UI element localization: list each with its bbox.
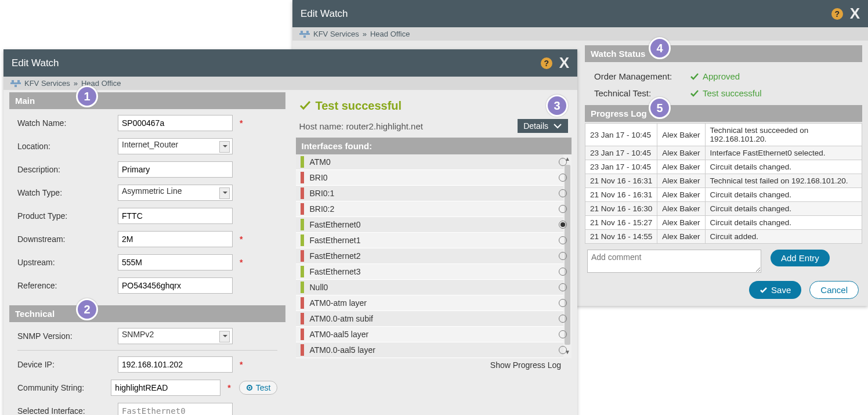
interface-name: FastEthernet3 xyxy=(310,267,361,276)
status-bar-icon xyxy=(301,282,304,293)
log-row: 21 Nov 16 - 15:27Alex BakerCircuit detai… xyxy=(585,216,862,230)
log-row: 21 Nov 16 - 16:31Alex BakerTechnical tes… xyxy=(585,174,862,188)
community-input[interactable] xyxy=(111,380,220,396)
interface-row[interactable]: ATM0.0-atm subif xyxy=(296,311,572,327)
log-row: 23 Jan 17 - 10:45Alex BakerTechnical tes… xyxy=(585,124,862,146)
selected-interface-input xyxy=(118,403,233,415)
downstream-input[interactable] xyxy=(118,231,233,247)
interface-name: FastEthernet1 xyxy=(310,236,361,245)
interface-radio[interactable] xyxy=(559,189,567,197)
device-ip-input[interactable] xyxy=(118,356,233,373)
edit-watch-dialog-left: Edit Watch ? X KFV Services » Head Offic… xyxy=(3,49,577,415)
status-bar-icon xyxy=(301,172,304,183)
log-row: 23 Jan 17 - 10:45Alex BakerCircuit detai… xyxy=(585,160,862,174)
log-row: 21 Nov 16 - 16:30Alex BakerCircuit detai… xyxy=(585,202,862,216)
network-icon xyxy=(299,31,310,38)
interface-radio[interactable] xyxy=(559,174,567,182)
product-type-input[interactable] xyxy=(118,208,233,224)
status-bar-icon xyxy=(301,329,304,340)
interfaces-list[interactable]: ▲ ▼ ATM0BRI0BRI0:1BRI0:2FastEthernet0Fas… xyxy=(296,154,572,358)
help-icon[interactable]: ? xyxy=(831,8,843,20)
interface-row[interactable]: FastEthernet1 xyxy=(296,233,572,248)
status-bar-icon xyxy=(301,344,304,356)
interface-radio[interactable] xyxy=(559,236,567,244)
interface-radio[interactable] xyxy=(559,268,567,276)
status-bar-icon xyxy=(301,250,304,262)
details-toggle[interactable]: Details xyxy=(518,119,568,133)
breadcrumb: KFV Services » Head Office xyxy=(292,27,868,41)
host-name-label: Host name: router2.highlight.net xyxy=(299,121,423,131)
main-section-header: Main 1 xyxy=(9,92,285,109)
interface-row[interactable]: Null0 xyxy=(296,280,572,295)
interface-row[interactable]: FastEthernet3 xyxy=(296,264,572,280)
test-button[interactable]: Test xyxy=(239,381,277,395)
watch-name-input[interactable] xyxy=(118,115,233,131)
dialog-header: Edit Watch ? X xyxy=(292,0,868,27)
check-icon xyxy=(299,100,311,111)
interface-row[interactable]: BRI0:2 xyxy=(296,201,572,217)
order-mgmt-label: Order Management: xyxy=(594,71,684,81)
show-progress-log-link[interactable]: Show Progress Log xyxy=(490,360,561,370)
test-result-title: Test successful xyxy=(299,99,402,113)
interface-name: BRI0 xyxy=(310,173,328,182)
close-icon[interactable]: X xyxy=(559,54,569,72)
description-input[interactable] xyxy=(118,161,233,178)
interface-name: ATM0-atm layer xyxy=(310,298,367,308)
status-bar-icon xyxy=(301,187,304,199)
annotation-badge-2: 2 xyxy=(76,298,98,320)
interface-radio[interactable] xyxy=(559,315,567,323)
upstream-input[interactable] xyxy=(118,254,233,270)
interface-row[interactable]: ATM0-aal5 layer xyxy=(296,327,572,342)
close-icon[interactable]: X xyxy=(850,5,860,23)
watch-type-select[interactable]: Asymmetric Line xyxy=(118,185,233,201)
interface-name: ATM0-aal5 layer xyxy=(310,330,369,339)
help-icon[interactable]: ? xyxy=(541,57,552,69)
interface-name: ATM0 xyxy=(310,157,331,167)
comment-input[interactable] xyxy=(587,250,761,273)
status-bar-icon xyxy=(301,156,304,168)
snmp-version-select[interactable]: SNMPv2 xyxy=(118,328,233,344)
annotation-badge-1: 1 xyxy=(76,85,98,107)
interface-radio[interactable] xyxy=(559,299,567,307)
interface-radio[interactable] xyxy=(559,205,567,213)
log-row: 21 Nov 16 - 16:31Alex BakerCircuit detai… xyxy=(585,188,862,202)
interface-name: BRI0:1 xyxy=(310,189,335,198)
interface-radio[interactable] xyxy=(559,158,567,166)
interface-row[interactable]: BRI0:1 xyxy=(296,186,572,201)
interface-row[interactable]: FastEthernet2 xyxy=(296,248,572,264)
status-bar-icon xyxy=(301,313,304,324)
status-bar-icon xyxy=(301,266,304,277)
tech-test-value: Test successful xyxy=(690,88,762,98)
interface-row[interactable]: FastEthernet0 xyxy=(296,217,572,233)
check-icon xyxy=(690,89,699,98)
progress-log-header: Progress Log 5 xyxy=(585,105,862,122)
progress-log-table: 23 Jan 17 - 10:45Alex BakerTechnical tes… xyxy=(585,123,862,244)
save-button-right[interactable]: Save xyxy=(749,281,801,299)
cancel-button-right[interactable]: Cancel xyxy=(809,281,859,299)
dialog-header: Edit Watch ? X xyxy=(3,49,577,77)
interfaces-header: Interfaces found: xyxy=(296,138,572,154)
interface-radio[interactable] xyxy=(559,252,567,260)
technical-section-header: Technical 2 xyxy=(9,305,285,322)
svg-point-1 xyxy=(248,387,250,389)
interface-radio[interactable] xyxy=(559,346,567,354)
log-row: 21 Nov 16 - 14:55Alex BakerCircuit added… xyxy=(585,230,862,244)
interface-name: BRI0:2 xyxy=(310,204,335,214)
interface-row[interactable]: BRI0 xyxy=(296,170,572,186)
reference-input[interactable] xyxy=(118,277,233,294)
add-entry-button[interactable]: Add Entry xyxy=(771,250,830,266)
interface-name: FastEthernet2 xyxy=(310,251,361,261)
watch-status-header: Watch Status 4 xyxy=(585,45,862,62)
interface-radio[interactable] xyxy=(559,283,567,291)
interface-radio[interactable] xyxy=(559,330,567,338)
interface-name: Null0 xyxy=(310,283,328,292)
network-icon xyxy=(10,80,21,87)
status-bar-icon xyxy=(301,234,304,246)
interface-name: FastEthernet0 xyxy=(310,220,361,229)
interface-row[interactable]: ATM0.0-aal5 layer xyxy=(296,342,572,358)
interface-radio[interactable] xyxy=(559,221,567,229)
interface-row[interactable]: ATM0 xyxy=(296,154,572,170)
interface-row[interactable]: ATM0-atm layer xyxy=(296,295,572,311)
location-select[interactable]: Internet_Router xyxy=(118,138,233,154)
dialog-title: Edit Watch xyxy=(301,8,348,20)
